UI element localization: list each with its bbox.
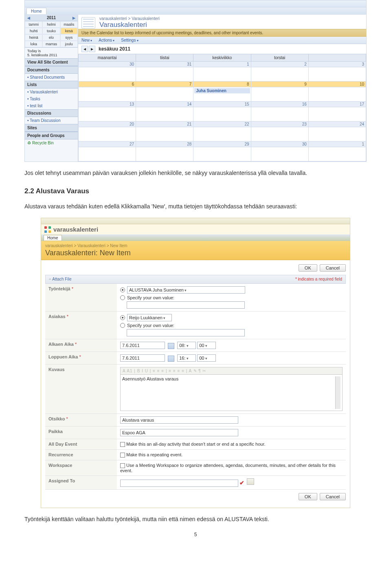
scrollbar[interactable]: [335, 376, 340, 409]
sidebar-month[interactable]: elo: [42, 34, 60, 41]
left-sidebar: ◀ 2011 ▶ tammihelmimaalishuhtitoukokesäh…: [25, 15, 78, 161]
calendar-icon[interactable]: [168, 343, 174, 349]
people-picker-icon[interactable]: [247, 478, 254, 485]
view-all-link[interactable]: View All Site Content: [27, 60, 68, 64]
loppuen-hour[interactable]: 16:: [177, 354, 196, 362]
recycle-bin-link[interactable]: ♻ Recycle Bin: [25, 139, 78, 146]
calendar-cell[interactable]: 7: [136, 82, 193, 102]
workspace-checkbox[interactable]: [120, 463, 125, 468]
ok-button[interactable]: OK: [299, 493, 317, 500]
sidebar-month[interactable]: maalis: [60, 21, 78, 28]
calendar-cell[interactable]: 29: [193, 141, 251, 161]
next-month-icon[interactable]: ▶: [89, 46, 95, 52]
sidebar-month[interactable]: loka: [25, 41, 42, 47]
sidebar-month[interactable]: joulu: [60, 41, 78, 47]
sidebar-month[interactable]: kesä: [60, 28, 78, 34]
alkaen-date-input[interactable]: 7.6.2011: [120, 342, 165, 349]
kuvaus-textarea[interactable]: Asennustyö Alustava varaus: [120, 375, 343, 411]
calendar-cell[interactable]: 24: [308, 122, 366, 141]
sidebar-item[interactable]: Varauskalenteri: [25, 88, 78, 95]
attach-file-link[interactable]: 𝄐 Attach File: [49, 277, 71, 282]
prev-year-icon[interactable]: ◀: [27, 16, 30, 20]
home-tab[interactable]: Home: [26, 8, 46, 14]
loppuen-min[interactable]: 00: [197, 354, 216, 362]
label-kuvaus: Kuvaus: [48, 367, 65, 372]
calendar-cell[interactable]: 30: [79, 62, 136, 82]
sidebar-month[interactable]: marras: [42, 41, 60, 47]
recurrence-checkbox[interactable]: [120, 453, 125, 458]
calendar-cell[interactable]: 2: [251, 62, 308, 82]
ok-button[interactable]: OK: [299, 264, 317, 272]
calendar-cell[interactable]: 30: [251, 141, 308, 161]
rte-toolbar[interactable]: A A1 | B I U | ≡ ≡ ≡ | ≡ ≡ ≡ ≡ | A ✎ ¶ ✂: [120, 367, 343, 375]
loppuen-date-input[interactable]: 7.6.2011: [120, 354, 165, 362]
radio-specify[interactable]: [120, 323, 125, 328]
calendar-cell[interactable]: 14: [136, 102, 193, 122]
paikka-input[interactable]: Espoo AGA: [120, 429, 238, 436]
assigned-input[interactable]: [120, 480, 238, 487]
alkaen-min[interactable]: 00: [197, 342, 216, 349]
settings-button[interactable]: Settings: [121, 38, 138, 42]
otsikko-input[interactable]: Alustava varaus: [120, 416, 238, 424]
actions-button[interactable]: Actions: [99, 38, 114, 42]
required-note: * indicates a required field: [295, 277, 342, 282]
cancel-button[interactable]: Cancel: [320, 264, 346, 272]
radio-existing[interactable]: [120, 287, 125, 292]
calendar-cell[interactable]: 13: [79, 102, 136, 122]
sidebar-month[interactable]: touko: [42, 28, 60, 34]
calendar-event[interactable]: Juha Suominen: [194, 88, 250, 93]
people-header: People and Groups: [25, 132, 78, 139]
calendar-cell[interactable]: 17: [308, 102, 366, 122]
description-bar: Use the Calendar list to keep informed o…: [78, 29, 366, 37]
sidebar-month[interactable]: huhti: [25, 28, 42, 34]
calendar-cell[interactable]: 6: [79, 82, 136, 102]
paperclip-icon: 𝄐: [49, 277, 51, 281]
calendar-cell[interactable]: 10: [308, 82, 366, 102]
prev-month-icon[interactable]: ◀: [81, 46, 88, 52]
new-button[interactable]: New: [81, 38, 92, 42]
calendar-cell[interactable]: 1: [193, 62, 251, 82]
tab-strip: Home: [25, 7, 366, 15]
breadcrumb: varauskalenteri > Varauskalenteri > New …: [45, 243, 346, 248]
calendar-cell[interactable]: 31: [136, 62, 193, 82]
calendar-cell[interactable]: 21: [136, 122, 193, 141]
sidebar-month[interactable]: helmi: [42, 21, 60, 28]
specify-label: Specify your own value:: [127, 323, 174, 328]
alkaen-hour[interactable]: 08:: [177, 342, 196, 349]
calendar-screenshot: Home ◀ 2011 ▶ tammihelmimaalishuhtitouko…: [24, 0, 367, 162]
calendar-cell[interactable]: 15: [193, 102, 251, 122]
weekday-header: maanantai: [79, 54, 136, 62]
calendar-cell[interactable]: 27: [79, 141, 136, 161]
calendar-cell[interactable]: 9: [251, 82, 308, 102]
sidebar-month[interactable]: tammi: [25, 21, 42, 28]
sidebar-month[interactable]: syys: [60, 34, 78, 41]
sidebar-item[interactable]: Shared Documents: [25, 74, 78, 81]
specify-input[interactable]: [127, 329, 245, 336]
sidebar-month[interactable]: heinä: [25, 34, 42, 41]
sidebar-item[interactable]: test list: [25, 102, 78, 109]
calendar-icon[interactable]: [168, 356, 174, 362]
page-title: Varauskalenteri: [99, 21, 160, 29]
calendar-cell[interactable]: 23: [251, 122, 308, 141]
radio-specify[interactable]: [120, 295, 125, 300]
radio-existing[interactable]: [120, 315, 125, 320]
calendar-cell[interactable]: 8Juha Suominen: [193, 82, 251, 102]
sidebar-item[interactable]: Team Discussion: [25, 117, 78, 124]
asiakas-dropdown[interactable]: Reijo Luukkanen: [127, 314, 172, 321]
calendar-cell[interactable]: 1: [308, 141, 366, 161]
specify-input[interactable]: [127, 301, 245, 309]
cancel-button[interactable]: Cancel: [320, 493, 346, 500]
allday-checkbox[interactable]: [120, 442, 125, 447]
sidebar-item[interactable]: Tasks: [25, 95, 78, 102]
next-year-icon[interactable]: ▶: [72, 16, 75, 20]
calendar-cell[interactable]: 28: [136, 141, 193, 161]
calendar-cell[interactable]: 22: [193, 122, 251, 141]
calendar-cell[interactable]: 16: [251, 102, 308, 122]
label-allday: All Day Event: [48, 442, 77, 447]
lists-header: Lists: [25, 81, 78, 88]
tyontekija-dropdown[interactable]: ALUSTAVA Juha Suominen: [127, 286, 245, 294]
doc-para-3: Työntekijä kenttään valitaan haluttu työ…: [24, 515, 367, 524]
calendar-cell[interactable]: 20: [79, 122, 136, 141]
home-tab[interactable]: Home: [44, 235, 62, 241]
calendar-cell[interactable]: 3: [308, 62, 366, 82]
